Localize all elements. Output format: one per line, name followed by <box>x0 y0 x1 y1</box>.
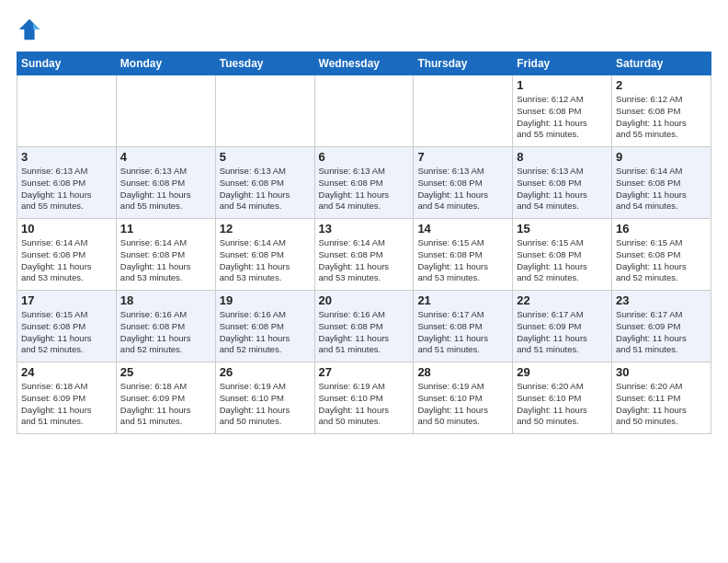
day-info: Sunrise: 6:15 AM Sunset: 6:08 PM Dayligh… <box>21 309 112 356</box>
day-info: Sunrise: 6:17 AM Sunset: 6:09 PM Dayligh… <box>517 309 608 356</box>
day-number: 20 <box>319 293 410 307</box>
day-number: 16 <box>616 222 707 236</box>
calendar-cell: 22Sunrise: 6:17 AM Sunset: 6:09 PM Dayli… <box>513 291 612 362</box>
day-info: Sunrise: 6:15 AM Sunset: 6:08 PM Dayligh… <box>517 237 608 284</box>
day-number: 23 <box>616 293 707 307</box>
day-number: 30 <box>616 365 707 379</box>
day-info: Sunrise: 6:14 AM Sunset: 6:08 PM Dayligh… <box>319 237 410 284</box>
day-info: Sunrise: 6:13 AM Sunset: 6:08 PM Dayligh… <box>417 166 508 213</box>
day-info: Sunrise: 6:12 AM Sunset: 6:08 PM Dayligh… <box>616 94 707 141</box>
day-info: Sunrise: 6:15 AM Sunset: 6:08 PM Dayligh… <box>417 237 508 284</box>
day-info: Sunrise: 6:16 AM Sunset: 6:08 PM Dayligh… <box>319 309 410 356</box>
day-number: 14 <box>417 222 508 236</box>
day-info: Sunrise: 6:16 AM Sunset: 6:08 PM Dayligh… <box>120 309 211 356</box>
day-number: 1 <box>517 78 608 92</box>
calendar-cell: 7Sunrise: 6:13 AM Sunset: 6:08 PM Daylig… <box>414 147 513 219</box>
day-info: Sunrise: 6:18 AM Sunset: 6:09 PM Dayligh… <box>21 381 112 428</box>
day-info: Sunrise: 6:16 AM Sunset: 6:08 PM Dayligh… <box>220 309 311 356</box>
day-number: 13 <box>319 222 410 236</box>
day-info: Sunrise: 6:13 AM Sunset: 6:08 PM Dayligh… <box>120 166 211 213</box>
calendar-week-3: 10Sunrise: 6:14 AM Sunset: 6:08 PM Dayli… <box>17 219 711 291</box>
calendar-cell: 3Sunrise: 6:13 AM Sunset: 6:08 PM Daylig… <box>17 147 117 219</box>
day-info: Sunrise: 6:19 AM Sunset: 6:10 PM Dayligh… <box>417 381 508 428</box>
logo <box>17 17 46 42</box>
calendar-cell: 2Sunrise: 6:12 AM Sunset: 6:08 PM Daylig… <box>612 75 711 147</box>
day-number: 6 <box>319 150 410 164</box>
calendar-cell: 15Sunrise: 6:15 AM Sunset: 6:08 PM Dayli… <box>513 219 612 291</box>
calendar-cell: 16Sunrise: 6:15 AM Sunset: 6:08 PM Dayli… <box>612 219 711 291</box>
calendar-week-5: 24Sunrise: 6:18 AM Sunset: 6:09 PM Dayli… <box>17 362 711 434</box>
calendar-cell: 4Sunrise: 6:13 AM Sunset: 6:08 PM Daylig… <box>116 147 215 219</box>
day-number: 7 <box>417 150 508 164</box>
day-number: 21 <box>417 293 508 307</box>
day-info: Sunrise: 6:19 AM Sunset: 6:10 PM Dayligh… <box>220 381 311 428</box>
day-info: Sunrise: 6:14 AM Sunset: 6:08 PM Dayligh… <box>120 237 211 284</box>
calendar-cell: 10Sunrise: 6:14 AM Sunset: 6:08 PM Dayli… <box>17 219 117 291</box>
calendar-week-4: 17Sunrise: 6:15 AM Sunset: 6:08 PM Dayli… <box>17 291 711 362</box>
calendar-cell: 21Sunrise: 6:17 AM Sunset: 6:08 PM Dayli… <box>414 291 513 362</box>
calendar-cell: 9Sunrise: 6:14 AM Sunset: 6:08 PM Daylig… <box>612 147 711 219</box>
calendar-cell: 28Sunrise: 6:19 AM Sunset: 6:10 PM Dayli… <box>414 362 513 434</box>
day-number: 18 <box>120 293 211 307</box>
calendar-cell <box>414 75 513 147</box>
calendar-week-1: 1Sunrise: 6:12 AM Sunset: 6:08 PM Daylig… <box>17 75 711 147</box>
weekday-header-sunday: Sunday <box>17 52 117 75</box>
calendar-cell <box>116 75 215 147</box>
calendar-cell: 17Sunrise: 6:15 AM Sunset: 6:08 PM Dayli… <box>17 291 117 362</box>
day-info: Sunrise: 6:14 AM Sunset: 6:08 PM Dayligh… <box>21 237 112 284</box>
weekday-header-monday: Monday <box>116 52 215 75</box>
day-info: Sunrise: 6:18 AM Sunset: 6:09 PM Dayligh… <box>120 381 211 428</box>
calendar-cell: 18Sunrise: 6:16 AM Sunset: 6:08 PM Dayli… <box>116 291 215 362</box>
calendar-cell: 20Sunrise: 6:16 AM Sunset: 6:08 PM Dayli… <box>314 291 414 362</box>
day-number: 5 <box>220 150 311 164</box>
calendar-cell: 25Sunrise: 6:18 AM Sunset: 6:09 PM Dayli… <box>116 362 215 434</box>
calendar-cell: 30Sunrise: 6:20 AM Sunset: 6:11 PM Dayli… <box>612 362 711 434</box>
day-info: Sunrise: 6:20 AM Sunset: 6:11 PM Dayligh… <box>616 381 707 428</box>
day-info: Sunrise: 6:17 AM Sunset: 6:09 PM Dayligh… <box>616 309 707 356</box>
calendar-cell: 12Sunrise: 6:14 AM Sunset: 6:08 PM Dayli… <box>215 219 314 291</box>
day-info: Sunrise: 6:15 AM Sunset: 6:08 PM Dayligh… <box>616 237 707 284</box>
day-number: 19 <box>220 293 311 307</box>
day-number: 25 <box>120 365 211 379</box>
calendar-cell: 29Sunrise: 6:20 AM Sunset: 6:10 PM Dayli… <box>513 362 612 434</box>
calendar-cell: 11Sunrise: 6:14 AM Sunset: 6:08 PM Dayli… <box>116 219 215 291</box>
day-number: 8 <box>517 150 608 164</box>
day-info: Sunrise: 6:20 AM Sunset: 6:10 PM Dayligh… <box>517 381 608 428</box>
calendar-cell <box>215 75 314 147</box>
day-number: 10 <box>21 222 112 236</box>
day-info: Sunrise: 6:13 AM Sunset: 6:08 PM Dayligh… <box>319 166 410 213</box>
calendar-cell: 23Sunrise: 6:17 AM Sunset: 6:09 PM Dayli… <box>612 291 711 362</box>
day-number: 24 <box>21 365 112 379</box>
weekday-header-tuesday: Tuesday <box>215 52 314 75</box>
day-info: Sunrise: 6:13 AM Sunset: 6:08 PM Dayligh… <box>517 166 608 213</box>
calendar-cell <box>314 75 414 147</box>
weekday-header-saturday: Saturday <box>612 52 711 75</box>
day-number: 22 <box>517 293 608 307</box>
day-number: 12 <box>220 222 311 236</box>
calendar-cell: 5Sunrise: 6:13 AM Sunset: 6:08 PM Daylig… <box>215 147 314 219</box>
day-number: 15 <box>517 222 608 236</box>
day-info: Sunrise: 6:13 AM Sunset: 6:08 PM Dayligh… <box>220 166 311 213</box>
calendar-cell: 27Sunrise: 6:19 AM Sunset: 6:10 PM Dayli… <box>314 362 414 434</box>
calendar-cell: 19Sunrise: 6:16 AM Sunset: 6:08 PM Dayli… <box>215 291 314 362</box>
calendar-cell: 8Sunrise: 6:13 AM Sunset: 6:08 PM Daylig… <box>513 147 612 219</box>
calendar-cell <box>17 75 117 147</box>
calendar-cell: 14Sunrise: 6:15 AM Sunset: 6:08 PM Dayli… <box>414 219 513 291</box>
weekday-header-friday: Friday <box>513 52 612 75</box>
calendar-cell: 1Sunrise: 6:12 AM Sunset: 6:08 PM Daylig… <box>513 75 612 147</box>
day-number: 27 <box>319 365 410 379</box>
header <box>17 17 711 42</box>
day-info: Sunrise: 6:13 AM Sunset: 6:08 PM Dayligh… <box>21 166 112 213</box>
weekday-header-thursday: Thursday <box>414 52 513 75</box>
calendar-table: SundayMondayTuesdayWednesdayThursdayFrid… <box>17 52 711 434</box>
calendar-cell: 24Sunrise: 6:18 AM Sunset: 6:09 PM Dayli… <box>17 362 117 434</box>
day-info: Sunrise: 6:12 AM Sunset: 6:08 PM Dayligh… <box>517 94 608 141</box>
page: SundayMondayTuesdayWednesdayThursdayFrid… <box>0 0 728 443</box>
calendar-cell: 6Sunrise: 6:13 AM Sunset: 6:08 PM Daylig… <box>314 147 414 219</box>
day-number: 17 <box>21 293 112 307</box>
day-number: 4 <box>120 150 211 164</box>
weekday-header-row: SundayMondayTuesdayWednesdayThursdayFrid… <box>17 52 711 75</box>
calendar-cell: 26Sunrise: 6:19 AM Sunset: 6:10 PM Dayli… <box>215 362 314 434</box>
day-number: 29 <box>517 365 608 379</box>
day-number: 11 <box>120 222 211 236</box>
